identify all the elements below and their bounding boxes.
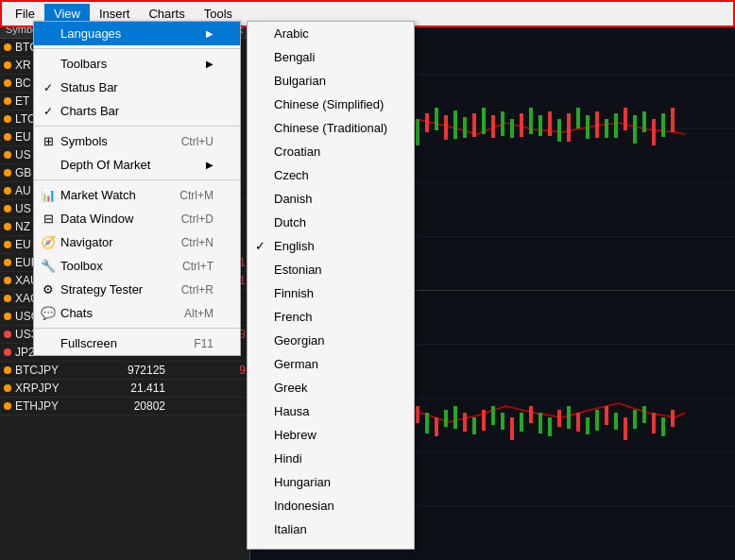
svg-rect-85 — [529, 406, 533, 423]
toolbars-label: Toolbars — [60, 57, 107, 71]
marketwatch-icon: 📊 — [40, 187, 57, 204]
language-item-hindi[interactable]: Hindi — [248, 447, 414, 470]
svg-rect-49 — [614, 113, 618, 138]
menu-item-datawindow[interactable]: ⊟ Data Window Ctrl+D — [34, 207, 240, 230]
symbol-name: ETHJPY — [15, 399, 59, 413]
language-item-italian[interactable]: Italian — [248, 518, 414, 541]
status-dot — [4, 402, 11, 410]
svg-rect-33 — [463, 117, 467, 138]
menu-item-languages[interactable]: Languages ▶ — [34, 22, 240, 45]
language-item-japanese[interactable]: Japanese — [248, 541, 414, 550]
menu-item-toolbox[interactable]: 🔧 Toolbox Ctrl+T — [34, 254, 240, 278]
bid-cell: 20802 — [76, 398, 169, 415]
language-label: Croatian — [274, 144, 320, 159]
toolbox-shortcut: Ctrl+T — [163, 260, 214, 273]
navigator-icon: 🧭 — [40, 234, 57, 251]
language-item-english[interactable]: English — [248, 234, 414, 258]
arrow-icon-3: ▶ — [206, 160, 214, 170]
menu-item-strategytester[interactable]: ⚙ Strategy Tester Ctrl+R — [34, 278, 240, 301]
svg-rect-86 — [538, 413, 542, 433]
language-label: Chinese (Simplified) — [274, 97, 384, 111]
status-dot — [4, 384, 11, 392]
status-dot — [4, 97, 11, 105]
svg-rect-80 — [482, 410, 486, 431]
language-label: Estonian — [274, 263, 322, 277]
svg-rect-78 — [463, 413, 467, 432]
datawindow-shortcut: Ctrl+D — [162, 212, 214, 226]
language-item-greek[interactable]: Greek — [248, 376, 414, 399]
market-watch-row[interactable]: ETHJPY 20802 — [0, 398, 249, 416]
language-label: Georgian — [274, 333, 324, 348]
language-item-chinese_traditional[interactable]: Chinese (Traditional) — [248, 116, 414, 140]
language-item-estonian[interactable]: Estonian — [248, 258, 414, 281]
menu-item-marketwatch[interactable]: 📊 Market Watch Ctrl+M — [34, 183, 240, 207]
toolbox-icon: 🔧 — [40, 258, 57, 275]
symbols-icon: ⊞ — [40, 133, 57, 150]
svg-rect-99 — [661, 417, 665, 436]
svg-rect-47 — [595, 111, 599, 138]
language-item-dutch[interactable]: Dutch — [248, 211, 414, 234]
language-item-hungarian[interactable]: Hungarian — [248, 470, 414, 494]
svg-rect-29 — [425, 113, 429, 132]
svg-rect-50 — [624, 108, 627, 130]
svg-rect-81 — [491, 406, 495, 425]
ask-cell — [169, 386, 249, 390]
language-item-croatian[interactable]: Croatian — [248, 140, 414, 163]
symbol-name: US — [15, 148, 31, 161]
language-item-bengali[interactable]: Bengali — [248, 45, 414, 69]
svg-rect-97 — [642, 406, 646, 423]
check-icon-2: ✓ — [43, 105, 53, 118]
svg-rect-48 — [605, 119, 608, 138]
status-dot — [4, 366, 11, 374]
language-item-french[interactable]: French — [248, 305, 414, 329]
menu-item-symbols[interactable]: ⊞ Symbols Ctrl+U — [34, 129, 240, 153]
svg-rect-36 — [491, 115, 495, 138]
menu-item-statusbar[interactable]: ✓ Status Bar — [34, 76, 240, 99]
svg-rect-96 — [633, 410, 637, 429]
status-dot — [4, 79, 11, 87]
status-dot — [4, 241, 11, 248]
separator-1 — [34, 48, 240, 49]
symbol-name: AU — [15, 184, 31, 197]
status-dot — [4, 223, 11, 230]
svg-rect-41 — [538, 115, 542, 136]
chats-label: Chats — [60, 306, 93, 320]
language-item-chinese_simplified[interactable]: Chinese (Simplified) — [248, 93, 414, 116]
menu-item-chartsbar[interactable]: ✓ Charts Bar — [34, 99, 240, 123]
menu-item-toolbars[interactable]: Toolbars ▶ — [34, 52, 240, 76]
ask-cell — [169, 404, 249, 408]
language-label: Czech — [274, 168, 309, 182]
language-item-georgian[interactable]: Georgian — [248, 329, 414, 352]
menu-item-depthofmarket[interactable]: Depth Of Market ▶ — [34, 153, 240, 177]
language-item-czech[interactable]: Czech — [248, 163, 414, 187]
symbols-shortcut: Ctrl+U — [162, 135, 214, 148]
language-item-finnish[interactable]: Finnish — [248, 281, 414, 305]
svg-rect-32 — [453, 110, 457, 139]
status-dot — [4, 151, 11, 159]
language-item-german[interactable]: German — [248, 352, 414, 376]
statusbar-label: Status Bar — [60, 80, 118, 94]
svg-rect-98 — [652, 413, 656, 433]
menu-item-navigator[interactable]: 🧭 Navigator Ctrl+N — [34, 230, 240, 254]
status-dot — [4, 187, 11, 195]
status-dot — [4, 313, 11, 320]
market-watch-row[interactable]: BTCJPY 972125 9 — [0, 362, 249, 380]
svg-rect-88 — [557, 410, 561, 427]
svg-rect-94 — [614, 413, 618, 430]
menu-item-chats[interactable]: 💬 Chats Alt+M — [34, 301, 240, 325]
language-item-danish[interactable]: Danish — [248, 187, 414, 211]
navigator-label: Navigator — [60, 235, 113, 249]
language-item-indonesian[interactable]: Indonesian — [248, 494, 414, 518]
menu-item-fullscreen[interactable]: Fullscreen F11 — [34, 331, 240, 355]
svg-rect-75 — [435, 417, 438, 436]
svg-rect-51 — [633, 115, 637, 144]
status-dot — [4, 295, 11, 302]
symbol-cell: BTCJPY — [0, 362, 76, 379]
symbol-name: XR — [15, 59, 31, 72]
language-item-bulgarian[interactable]: Bulgarian — [248, 69, 414, 93]
market-watch-row[interactable]: XRPJPY 21.411 — [0, 380, 249, 398]
language-item-hausa[interactable]: Hausa — [248, 399, 414, 423]
status-dot — [4, 331, 11, 338]
language-item-hebrew[interactable]: Hebrew — [248, 423, 414, 447]
language-item-arabic[interactable]: Arabic — [248, 22, 414, 45]
